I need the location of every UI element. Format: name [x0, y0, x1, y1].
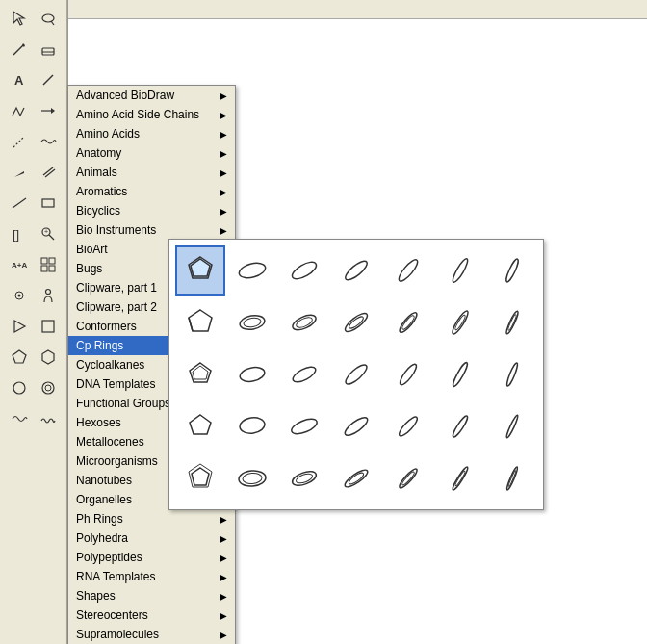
svg-point-76 — [291, 469, 319, 488]
cp-ring-item-27[interactable] — [435, 401, 485, 451]
cp-ring-item-13[interactable] — [435, 297, 485, 348]
menu-item-bio-instruments[interactable]: Bio Instruments ▶ — [68, 220, 235, 240]
menu-item-advanced-biodraw[interactable]: Advanced BioDraw ▶ — [68, 86, 235, 105]
svg-point-66 — [239, 416, 266, 434]
cp-ring-item-34[interactable] — [435, 453, 485, 503]
cp-ring-item-14[interactable] — [487, 297, 537, 348]
svg-marker-65 — [190, 415, 211, 434]
svg-point-68 — [343, 415, 371, 439]
cp-ring-item-24[interactable] — [279, 401, 329, 451]
menu-item-ph-rings[interactable]: Ph Rings ▶ — [68, 509, 235, 528]
svg-point-33 — [42, 382, 54, 394]
cp-ring-item-32[interactable] — [331, 453, 381, 503]
bond-wedge-tool[interactable] — [6, 159, 33, 186]
svg-point-0 — [42, 14, 54, 22]
wave2-tool[interactable] — [35, 405, 62, 432]
menu-item-polypeptides[interactable]: Polypeptides ▶ — [68, 548, 235, 567]
menu-item-animals[interactable]: Animals ▶ — [68, 163, 235, 182]
svg-marker-9 — [51, 108, 55, 114]
bond-double-tool[interactable] — [35, 159, 62, 186]
line-tool[interactable] — [6, 190, 33, 217]
svg-marker-28 — [14, 321, 25, 332]
svg-rect-15 — [42, 199, 54, 207]
svg-point-34 — [45, 385, 51, 391]
pentagon-tool[interactable] — [6, 344, 33, 371]
cp-ring-item-5[interactable] — [383, 245, 433, 296]
rect-tool[interactable] — [35, 190, 62, 217]
menu-item-stereocenters[interactable]: Stereocenters ▶ — [68, 605, 235, 625]
cp-ring-item-6[interactable] — [435, 245, 485, 296]
cp-ring-item-12[interactable] — [383, 297, 433, 348]
circle2-tool[interactable] — [35, 374, 62, 401]
svg-point-77 — [295, 472, 314, 485]
cp-ring-item-21[interactable] — [487, 349, 537, 399]
cp-ring-item-2[interactable] — [227, 245, 277, 296]
cp-ring-item-22[interactable] — [175, 401, 225, 451]
svg-point-71 — [505, 414, 520, 438]
menu-item-rna-templates[interactable]: RNA Templates ▶ — [68, 567, 235, 586]
cp-ring-item-18[interactable] — [331, 349, 381, 399]
play-tool[interactable] — [6, 313, 33, 340]
zoom-tool[interactable]: + — [35, 220, 62, 247]
cp-ring-item-11[interactable] — [331, 297, 381, 348]
bond-single-tool[interactable] — [35, 66, 62, 93]
cp-ring-item-25[interactable] — [331, 401, 381, 451]
svg-line-18 — [49, 235, 54, 240]
cp-ring-item-15[interactable] — [175, 349, 225, 399]
menu-item-bicyclics[interactable]: Bicyclics ▶ — [68, 201, 235, 220]
menu-item-shapes[interactable]: Shapes ▶ — [68, 586, 235, 605]
cp-ring-item-28[interactable] — [487, 401, 537, 451]
cp-ring-item-33[interactable] — [383, 453, 433, 503]
dash-tool[interactable] — [6, 128, 33, 155]
wave1-tool[interactable] — [6, 405, 33, 432]
menu-item-amino-acid-side-chains[interactable]: Amino Acid Side Chains ▶ — [68, 105, 235, 124]
grid-tool[interactable] — [35, 251, 62, 278]
arrow-tool[interactable] — [35, 97, 62, 124]
cp-ring-item-4[interactable] — [331, 245, 381, 296]
cp-ring-item-35[interactable] — [487, 453, 537, 503]
chain-tool[interactable] — [6, 97, 33, 124]
hexagon-tool[interactable] — [35, 344, 62, 371]
svg-point-53 — [451, 309, 471, 335]
svg-point-55 — [505, 310, 520, 335]
menu-item-anatomy[interactable]: Anatomy ▶ — [68, 143, 235, 163]
menu-item-supramolecules[interactable]: Supramolecules ▶ — [68, 625, 235, 644]
cp-ring-item-26[interactable] — [383, 401, 433, 451]
cp-ring-item-31[interactable] — [279, 453, 329, 503]
svg-point-84 — [505, 466, 519, 490]
label-tool[interactable]: A+A — [6, 251, 33, 278]
menu-item-amino-acids[interactable]: Amino Acids ▶ — [68, 124, 235, 143]
wavy-tool[interactable] — [35, 128, 62, 155]
menu-item-aromatics[interactable]: Aromatics ▶ — [68, 182, 235, 201]
cp-ring-item-23[interactable] — [227, 401, 277, 451]
svg-point-40 — [397, 257, 421, 283]
cp-ring-item-9[interactable] — [227, 297, 277, 348]
text-tool[interactable]: A — [6, 66, 33, 93]
cp-ring-item-10[interactable] — [279, 297, 329, 348]
select-tool[interactable] — [6, 5, 33, 32]
atom-tool[interactable] — [6, 282, 33, 309]
circle-tool[interactable] — [6, 374, 33, 401]
square-tool[interactable] — [35, 313, 62, 340]
cp-ring-item-20[interactable] — [435, 349, 485, 399]
bracket-tool[interactable]: [] — [6, 220, 33, 247]
lasso-tool[interactable] — [35, 5, 62, 32]
cp-ring-item-19[interactable] — [383, 349, 433, 399]
cp-ring-item-1[interactable] — [175, 245, 225, 296]
cp-ring-item-30[interactable] — [227, 453, 277, 503]
eraser-tool[interactable] — [35, 36, 62, 63]
svg-marker-31 — [42, 350, 54, 364]
cp-ring-item-17[interactable] — [279, 349, 329, 399]
cp-ring-item-16[interactable] — [227, 349, 277, 399]
cp-ring-item-3[interactable] — [279, 245, 329, 296]
cp-ring-item-8[interactable] — [175, 297, 225, 348]
svg-point-39 — [343, 258, 370, 283]
svg-marker-11 — [14, 171, 24, 177]
menu-item-polyhedra[interactable]: Polyhedra ▶ — [68, 528, 235, 548]
person-tool[interactable] — [35, 282, 62, 309]
svg-marker-30 — [13, 350, 26, 363]
svg-text:A+A: A+A — [12, 261, 27, 270]
cp-ring-item-29[interactable] — [175, 453, 225, 503]
cp-ring-item-7[interactable] — [487, 245, 537, 296]
pencil-tool[interactable] — [6, 36, 33, 63]
